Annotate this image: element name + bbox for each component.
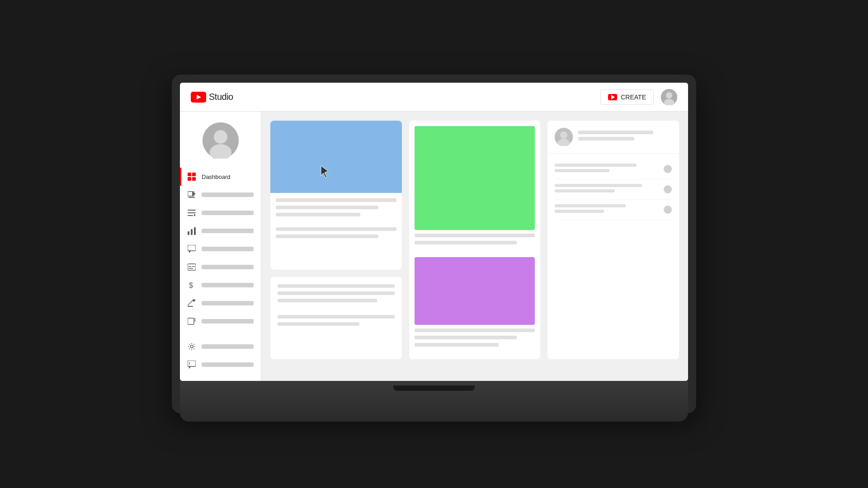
card-line bbox=[278, 284, 395, 288]
channel-avatar-image bbox=[555, 128, 573, 146]
channel-small-avatar bbox=[555, 128, 573, 146]
card-line bbox=[278, 291, 395, 295]
channel-info bbox=[578, 131, 672, 143]
stat-circle-3 bbox=[664, 206, 672, 214]
card-line bbox=[415, 241, 517, 244]
svg-rect-27 bbox=[192, 266, 195, 267]
thumbnail-purple bbox=[415, 257, 535, 325]
laptop-screen: Studio CREATE bbox=[180, 83, 688, 381]
sidebar: Dashboard bbox=[180, 112, 261, 381]
card-line bbox=[276, 206, 378, 209]
svg-point-6 bbox=[214, 130, 227, 144]
sidebar-avatar-section bbox=[180, 115, 261, 168]
feedback-icon bbox=[187, 360, 196, 369]
playlists-label-placeholder bbox=[202, 211, 254, 215]
svg-rect-25 bbox=[188, 264, 196, 270]
sidebar-item-comments[interactable] bbox=[180, 240, 261, 258]
stat-line bbox=[555, 164, 636, 167]
channel-sub-line bbox=[578, 137, 634, 141]
create-button[interactable]: CREATE bbox=[600, 89, 654, 105]
customization-label-placeholder bbox=[202, 301, 254, 305]
card-line bbox=[276, 227, 396, 231]
subtitles-icon bbox=[187, 263, 196, 272]
sidebar-item-playlists[interactable] bbox=[180, 204, 261, 222]
svg-rect-9 bbox=[192, 173, 196, 176]
comments-icon bbox=[187, 244, 196, 253]
laptop-frame: Studio CREATE bbox=[172, 75, 696, 413]
svg-rect-33 bbox=[188, 318, 194, 324]
svg-rect-18 bbox=[188, 215, 193, 216]
channel-header bbox=[547, 121, 679, 154]
stat-line bbox=[555, 169, 609, 172]
thumbnail-green bbox=[415, 126, 535, 230]
card-line bbox=[415, 336, 517, 339]
sidebar-bottom bbox=[180, 338, 261, 381]
settings-icon bbox=[187, 342, 196, 351]
youtube-studio-logo: Studio bbox=[191, 92, 233, 103]
sidebar-nav: Dashboard bbox=[180, 168, 261, 330]
svg-marker-24 bbox=[189, 251, 191, 253]
stat-line bbox=[555, 204, 625, 207]
analytics-icon bbox=[187, 226, 196, 235]
stat-circle-1 bbox=[664, 165, 672, 173]
stat-line bbox=[555, 184, 642, 187]
video-card-1[interactable] bbox=[270, 121, 402, 270]
channel-stats bbox=[547, 154, 679, 225]
stat-circle-2 bbox=[664, 185, 672, 193]
stat-1-lines bbox=[555, 164, 664, 174]
sidebar-item-analytics[interactable] bbox=[180, 222, 261, 240]
sidebar-dashboard-label: Dashboard bbox=[202, 174, 231, 180]
channel-avatar-large[interactable] bbox=[203, 122, 239, 159]
monetization-label-placeholder bbox=[202, 283, 254, 287]
card-line bbox=[278, 315, 395, 319]
sidebar-item-content[interactable] bbox=[180, 186, 261, 204]
avatar-icon bbox=[661, 89, 677, 105]
create-button-label: CREATE bbox=[621, 94, 646, 101]
svg-rect-17 bbox=[188, 212, 196, 213]
sidebar-item-feedback[interactable] bbox=[180, 356, 261, 374]
main-layout: Dashboard bbox=[180, 112, 688, 381]
stat-row-3 bbox=[555, 200, 672, 220]
user-avatar[interactable] bbox=[661, 89, 677, 105]
svg-point-42 bbox=[560, 131, 567, 139]
svg-rect-21 bbox=[191, 229, 193, 235]
svg-line-30 bbox=[188, 300, 193, 305]
svg-point-39 bbox=[189, 365, 190, 366]
content-area bbox=[261, 112, 688, 381]
sidebar-item-audio[interactable] bbox=[180, 312, 261, 330]
thumbnail-blue bbox=[270, 121, 402, 193]
analytics-label-placeholder bbox=[202, 229, 254, 233]
laptop-notch bbox=[393, 385, 475, 391]
sidebar-item-dashboard[interactable]: Dashboard bbox=[180, 168, 261, 186]
sidebar-item-subtitles[interactable] bbox=[180, 258, 261, 276]
sidebar-item-settings[interactable] bbox=[180, 338, 261, 356]
channel-avatar-icon bbox=[203, 122, 239, 159]
header: Studio CREATE bbox=[180, 83, 688, 112]
settings-label-placeholder bbox=[202, 344, 254, 349]
video-card-4[interactable] bbox=[270, 277, 402, 359]
svg-marker-19 bbox=[194, 214, 196, 216]
svg-rect-15 bbox=[189, 197, 195, 198]
video-card-2[interactable] bbox=[409, 121, 541, 359]
sidebar-item-customization[interactable] bbox=[180, 294, 261, 312]
svg-rect-31 bbox=[192, 299, 195, 302]
audio-icon bbox=[187, 317, 196, 326]
svg-rect-26 bbox=[189, 266, 191, 267]
svg-rect-37 bbox=[188, 361, 196, 366]
card-4-body bbox=[270, 277, 402, 337]
customization-icon bbox=[187, 299, 196, 308]
svg-rect-16 bbox=[188, 210, 196, 211]
comments-label-placeholder bbox=[202, 247, 254, 251]
card-line bbox=[276, 198, 396, 202]
card-line bbox=[415, 234, 535, 237]
channel-info-card[interactable] bbox=[547, 121, 679, 359]
card-1-body bbox=[270, 193, 402, 247]
sidebar-item-monetization[interactable]: $ bbox=[180, 276, 261, 294]
create-button-icon bbox=[608, 94, 617, 100]
card-line bbox=[278, 299, 377, 302]
youtube-icon bbox=[191, 92, 206, 103]
monetization-icon: $ bbox=[187, 281, 196, 290]
svg-rect-8 bbox=[188, 173, 191, 176]
svg-rect-28 bbox=[189, 268, 193, 269]
studio-label: Studio bbox=[209, 92, 233, 102]
